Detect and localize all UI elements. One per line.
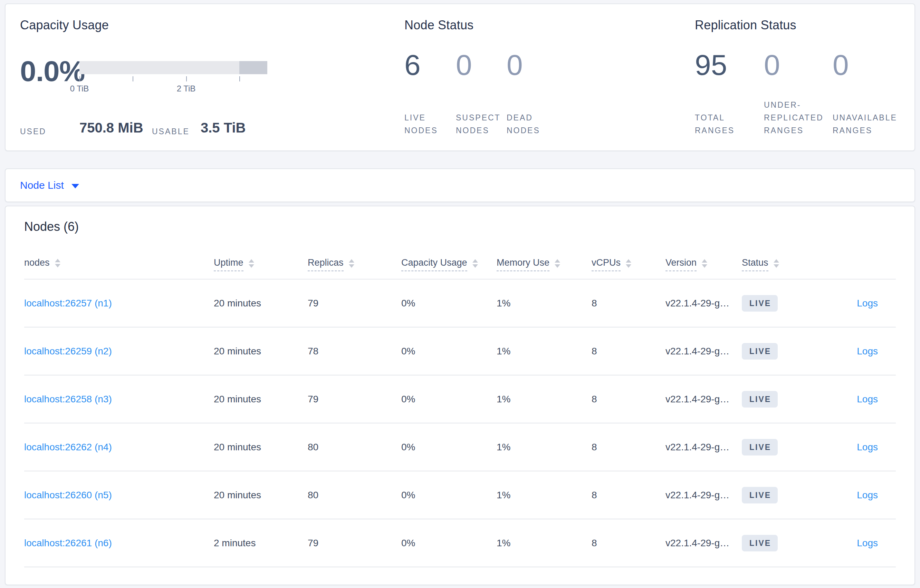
nodes-table-title: Nodes (6)	[24, 220, 896, 234]
node-link[interactable]: localhost:26257 (n1)	[24, 298, 112, 309]
capacity-usage-breakdown: USED 750.8 MiB USABLE 3.5 TiB	[20, 120, 282, 141]
table-row: localhost:26261 (n6) 2 minutes 79 0% 1% …	[24, 519, 896, 567]
sort-arrows-icon[interactable]	[55, 259, 60, 267]
axis-tick	[133, 76, 133, 81]
replicas-cell: 79	[308, 298, 401, 309]
node-status-title: Node Status	[404, 18, 473, 32]
memory-use-cell: 1%	[497, 394, 591, 405]
capacity-usage-panel: Capacity Usage 0.0% 0 TiB 2 TiB USED 750…	[20, 4, 282, 152]
logs-link[interactable]: Logs	[857, 538, 878, 548]
version-cell: v22.1.4-29-g…	[666, 538, 742, 549]
uptime-cell: 20 minutes	[214, 298, 308, 309]
node-link[interactable]: localhost:26258 (n3)	[24, 394, 112, 404]
capacity-usage-cell: 0%	[401, 442, 497, 453]
replication-status-title: Replication Status	[695, 18, 796, 32]
logs-link[interactable]: Logs	[857, 346, 878, 357]
table-row: localhost:26257 (n1) 20 minutes 79 0% 1%…	[24, 279, 896, 328]
status-badge: LIVE	[742, 439, 778, 456]
vcpus-cell: 8	[591, 489, 666, 501]
status-badge: LIVE	[742, 535, 778, 551]
version-cell: v22.1.4-29-g…	[666, 442, 742, 453]
column-header-replicas[interactable]: Replicas	[308, 257, 401, 271]
axis-tick	[79, 76, 80, 81]
axis-tick	[239, 76, 240, 81]
replicas-cell: 79	[308, 538, 401, 549]
logs-link[interactable]: Logs	[857, 489, 878, 500]
uptime-cell: 2 minutes	[214, 538, 308, 549]
column-header-vcpus[interactable]: vCPUs	[591, 257, 666, 271]
version-cell: v22.1.4-29-g…	[666, 489, 742, 501]
column-header-label: vCPUs	[591, 257, 620, 271]
status-badge: LIVE	[742, 487, 778, 504]
vcpus-cell: 8	[591, 346, 666, 357]
replicas-cell: 80	[308, 489, 401, 501]
capacity-usage-cell: 0%	[401, 346, 497, 357]
memory-use-cell: 1%	[497, 489, 591, 501]
version-cell: v22.1.4-29-g…	[666, 394, 742, 405]
memory-use-cell: 1%	[497, 346, 591, 357]
used-value: 750.8 MiB	[79, 120, 143, 136]
column-header-nodes[interactable]: nodes	[24, 257, 214, 271]
replication-status-panel: Replication Status 95 TOTAL RANGES 0 UND…	[695, 4, 909, 152]
node-link[interactable]: localhost:26262 (n4)	[24, 442, 112, 452]
table-body: localhost:26257 (n1) 20 minutes 79 0% 1%…	[24, 279, 896, 567]
nodes-table-card: Nodes (6) nodesUptimeReplicasCapacity Us…	[5, 206, 915, 585]
logs-link[interactable]: Logs	[857, 394, 878, 404]
dead-nodes-label: DEAD NODES	[507, 73, 552, 137]
capacity-usage-cell: 0%	[401, 489, 497, 501]
column-header-label: Memory Use	[497, 257, 549, 271]
node-list-dropdown[interactable]: Node List	[20, 179, 79, 191]
vcpus-cell: 8	[591, 442, 666, 453]
logs-link[interactable]: Logs	[857, 298, 878, 309]
vcpus-cell: 8	[591, 538, 666, 549]
under-replicated-ranges-label: UNDER-REPLICATED RANGES	[764, 73, 825, 137]
sort-arrows-icon[interactable]	[702, 259, 707, 268]
live-nodes-label: LIVE NODES	[404, 73, 450, 137]
status-badge: LIVE	[742, 343, 778, 360]
unavailable-ranges-label: UNAVAILABLE RANGES	[833, 73, 900, 137]
capacity-usage-cell: 0%	[401, 394, 497, 405]
uptime-cell: 20 minutes	[214, 489, 308, 501]
table-row: localhost:26262 (n4) 20 minutes 80 0% 1%…	[24, 423, 896, 472]
view-selector-bar: Node List	[5, 168, 915, 202]
node-link[interactable]: localhost:26261 (n6)	[24, 538, 112, 548]
vcpus-cell: 8	[591, 298, 666, 309]
status-badge: LIVE	[742, 391, 778, 407]
column-header-status[interactable]: Status	[742, 257, 811, 271]
sort-arrows-icon[interactable]	[626, 259, 631, 268]
sort-arrows-icon[interactable]	[555, 259, 560, 268]
total-ranges-label: TOTAL RANGES	[695, 73, 740, 137]
column-header-label: Uptime	[214, 257, 243, 271]
capacity-bar-usable-segment	[79, 61, 239, 74]
capacity-bar: 0 TiB 2 TiB	[79, 61, 267, 74]
suspect-nodes-label: SUSPECT NODES	[456, 73, 501, 137]
chevron-down-icon	[71, 184, 79, 188]
vcpus-cell: 8	[591, 394, 666, 405]
column-header-uptime[interactable]: Uptime	[214, 257, 308, 271]
column-header-capacity-usage[interactable]: Capacity Usage	[401, 257, 497, 271]
sort-arrows-icon[interactable]	[349, 259, 354, 268]
memory-use-cell: 1%	[497, 298, 591, 309]
replicas-cell: 79	[308, 394, 401, 405]
capacity-bar-reserved-segment	[239, 61, 267, 74]
version-cell: v22.1.4-29-g…	[666, 346, 742, 357]
axis-tick	[186, 76, 187, 81]
table-row: localhost:26258 (n3) 20 minutes 79 0% 1%…	[24, 375, 896, 423]
sort-arrows-icon[interactable]	[774, 259, 779, 268]
sort-arrows-icon[interactable]	[473, 259, 478, 268]
version-cell: v22.1.4-29-g…	[666, 298, 742, 309]
node-link[interactable]: localhost:26260 (n5)	[24, 489, 112, 500]
axis-tick-label: 0 TiB	[70, 84, 89, 94]
table-header-row: nodesUptimeReplicasCapacity UsageMemory …	[24, 244, 896, 279]
axis-tick-label: 2 TiB	[177, 84, 196, 94]
uptime-cell: 20 minutes	[214, 394, 308, 405]
replicas-cell: 80	[308, 442, 401, 453]
table-row: localhost:26260 (n5) 20 minutes 80 0% 1%…	[24, 472, 896, 519]
column-header-label: Capacity Usage	[401, 257, 467, 271]
sort-arrows-icon[interactable]	[249, 259, 254, 268]
node-link[interactable]: localhost:26259 (n2)	[24, 346, 112, 357]
logs-link[interactable]: Logs	[857, 442, 878, 452]
column-header-memory-use[interactable]: Memory Use	[497, 257, 591, 271]
column-header-version[interactable]: Version	[666, 257, 742, 271]
capacity-percent: 0.0%	[20, 55, 84, 88]
